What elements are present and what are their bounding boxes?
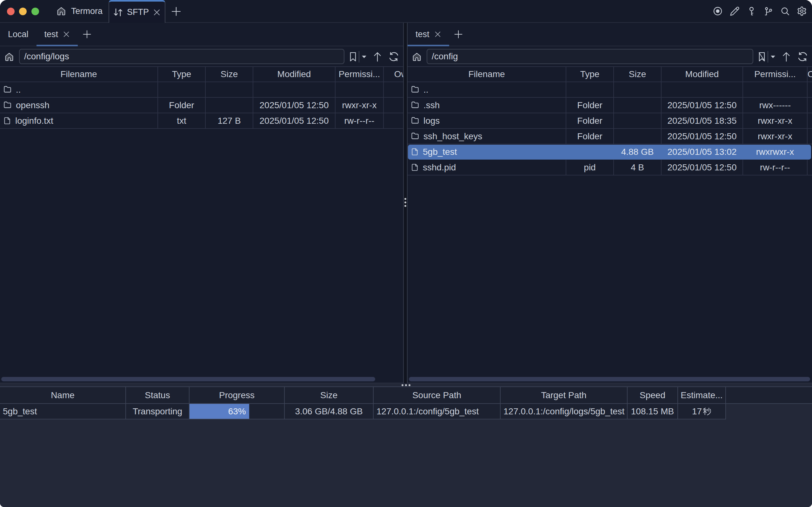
search-icon[interactable] — [780, 6, 790, 16]
left-row-openssh[interactable]: openssh Folder 2025/01/05 12:50 rwxr-xr-… — [0, 98, 403, 113]
transfer-progress-fill: 63% — [190, 404, 249, 419]
pencil-icon[interactable] — [729, 6, 740, 16]
tab-sftp-label: SFTP — [127, 7, 149, 17]
file-size — [614, 113, 661, 128]
file-modified: 2025/01/05 12:50 — [253, 98, 335, 113]
file-modified — [661, 82, 743, 97]
transfers-column-target[interactable]: Target Path — [501, 387, 628, 403]
minimize-window-button[interactable] — [19, 8, 27, 15]
left-horizontal-scrollbar[interactable] — [0, 377, 403, 381]
remote-file-panel: test /config — [408, 23, 812, 383]
transfer-name: 5gb_test — [0, 404, 126, 419]
horizontal-drag-handle-icon[interactable] — [400, 384, 412, 387]
branch-icon[interactable] — [763, 6, 773, 16]
zoom-window-button[interactable] — [32, 8, 39, 15]
left-column-type[interactable]: Type — [158, 67, 206, 81]
left-row-loginfo[interactable]: loginfo.txt txt 127 B 2025/01/05 12:50 r… — [0, 113, 403, 129]
right-row-sshd-pid[interactable]: sshd.pid pid 4 B 2025/01/05 12:50 rw-r--… — [408, 160, 812, 175]
right-horizontal-scrollbar[interactable] — [408, 377, 812, 381]
transfers-column-name[interactable]: Name — [0, 387, 126, 403]
left-up-directory-icon[interactable] — [373, 51, 381, 62]
transfers-column-size[interactable]: Size — [285, 387, 374, 403]
transfer-size: 3.06 GB/4.88 GB — [285, 404, 374, 419]
file-name: 5gb_test — [423, 147, 457, 157]
right-tab-test[interactable]: test — [408, 23, 449, 46]
right-row-ssh-host-keys[interactable]: ssh_host_keys Folder 2025/01/05 12:50 rw… — [408, 129, 812, 145]
file-type: Folder — [566, 98, 614, 113]
right-column-filename[interactable]: Filename — [408, 67, 566, 81]
right-new-tab-button[interactable] — [449, 23, 468, 46]
transfers-column-source[interactable]: Source Path — [374, 387, 501, 403]
transfers-column-speed[interactable]: Speed — [628, 387, 678, 403]
right-column-permissions[interactable]: Permissi... — [743, 67, 808, 81]
right-refresh-icon[interactable] — [797, 51, 808, 62]
left-column-owner[interactable]: Owner — [384, 67, 403, 81]
transfer-source-path: 127.0.0.1:/config/5gb_test — [374, 404, 501, 419]
left-path-input[interactable]: /config/logs — [19, 49, 344, 64]
left-refresh-icon[interactable] — [388, 51, 399, 62]
file-permissions — [743, 82, 808, 97]
file-size — [614, 129, 661, 144]
right-column-owner[interactable]: Owner — [808, 67, 812, 81]
transfer-estimate: 17 — [678, 404, 726, 419]
right-file-table-header: Filename Type Size Modified Permissi... … — [408, 66, 812, 82]
right-bookmark-slash-icon[interactable] — [757, 52, 766, 62]
left-column-modified[interactable]: Modified — [253, 67, 335, 81]
left-column-permissions[interactable]: Permissi... — [335, 67, 384, 81]
local-file-panel: Local test /config/logs — [0, 23, 403, 383]
left-scrollbar-thumb[interactable] — [1, 377, 375, 381]
right-column-type[interactable]: Type — [566, 67, 614, 81]
close-window-button[interactable] — [7, 8, 15, 15]
file-type — [158, 82, 206, 97]
right-row-5gb-test-selected[interactable]: 5gb_test 4.88 GB 2025/01/05 13:02 rwxrwx… — [408, 145, 812, 160]
right-column-modified[interactable]: Modified — [661, 67, 743, 81]
right-tab-test-close-icon[interactable] — [434, 31, 441, 38]
file-type: txt — [158, 113, 206, 128]
file-modified — [253, 82, 335, 97]
right-bookmark-caret-icon[interactable] — [770, 55, 775, 58]
tab-sftp-active[interactable]: SFTP — [109, 0, 165, 23]
transfer-status: Transporting — [126, 404, 190, 419]
transfers-column-status[interactable]: Status — [126, 387, 190, 403]
left-home-icon[interactable] — [4, 52, 14, 62]
transfers-column-progress[interactable]: Progress — [190, 387, 285, 403]
gear-icon[interactable] — [797, 6, 807, 16]
right-column-size[interactable]: Size — [614, 67, 661, 81]
right-home-icon[interactable] — [412, 52, 422, 62]
file-size — [206, 82, 253, 97]
file-owner — [808, 145, 812, 159]
right-row-parent-dir[interactable]: .. — [408, 82, 812, 98]
file-permissions: rwxr-xr-x — [743, 113, 808, 128]
left-new-tab-button[interactable] — [78, 23, 96, 46]
key-icon[interactable] — [746, 6, 756, 16]
left-bookmark-icon[interactable] — [348, 52, 358, 62]
right-path-input[interactable]: /config — [427, 49, 753, 64]
vertical-drag-handle-icon[interactable] — [404, 198, 406, 207]
left-tab-local[interactable]: Local — [0, 23, 37, 46]
left-column-size[interactable]: Size — [206, 67, 253, 81]
right-up-directory-icon[interactable] — [782, 51, 790, 62]
file-name: sshd.pid — [423, 162, 456, 173]
file-name: .. — [424, 85, 429, 95]
left-bookmark-caret-icon[interactable] — [362, 55, 367, 58]
right-row-ssh[interactable]: .ssh Folder 2025/01/05 12:50 rwx------ — [408, 98, 812, 113]
right-path-value: /config — [432, 51, 458, 62]
new-window-tab-button[interactable] — [171, 6, 181, 17]
left-tab-test[interactable]: test — [37, 23, 78, 46]
file-type — [566, 145, 614, 159]
transfers-column-estimate[interactable]: Estimate... — [678, 387, 726, 403]
file-modified: 2025/01/05 12:50 — [661, 160, 743, 175]
left-column-filename[interactable]: Filename — [0, 67, 158, 81]
record-icon[interactable] — [713, 6, 723, 16]
left-tab-test-close-icon[interactable] — [63, 31, 70, 38]
panel-split-divider[interactable] — [403, 23, 408, 383]
transfer-row-5gb-test[interactable]: 5gb_test Transporting 63% 3.06 GB/4.88 G… — [0, 404, 812, 419]
right-scrollbar-thumb[interactable] — [409, 377, 810, 381]
file-modified: 2025/01/05 13:02 — [661, 145, 743, 159]
left-row-parent-dir[interactable]: .. — [0, 82, 403, 98]
right-row-logs[interactable]: logs Folder 2025/01/05 18:35 rwxr-xr-x — [408, 113, 812, 129]
file-type: Folder — [158, 98, 206, 113]
tab-sftp-close-icon[interactable] — [153, 9, 161, 16]
file-permissions — [335, 82, 384, 97]
tab-termora[interactable]: Termora — [51, 0, 108, 22]
